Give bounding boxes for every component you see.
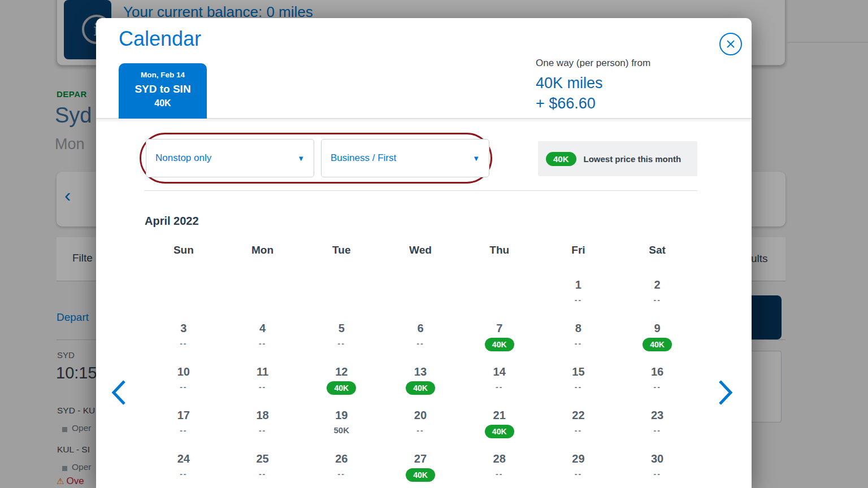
stops-dropdown[interactable]: Nonstop only ▼ [146, 139, 314, 177]
lowest-price-badge: 40K [406, 381, 435, 395]
tab-price: 40K [119, 98, 207, 108]
calendar-grid: 1--2--3--4--5--6--740K8--940K10--11--124… [144, 273, 697, 488]
calendar-day-24[interactable]: 24-- [144, 447, 223, 488]
calendar-day-22[interactable]: 22-- [539, 404, 618, 447]
empty-cell [144, 273, 223, 317]
screen: Your current balance: 0 miles DEPAR Syd … [0, 0, 868, 488]
calendar-day-18[interactable]: 18-- [223, 404, 302, 447]
day-number: 7 [460, 321, 539, 335]
day-number: 8 [539, 321, 618, 335]
day-number: 25 [223, 452, 302, 465]
day-number: 12 [302, 365, 381, 378]
day-number: 13 [381, 365, 460, 378]
calendar-day-11[interactable]: 11-- [223, 360, 302, 404]
calendar-day-9[interactable]: 940K [618, 317, 697, 360]
lowest-price-badge: 40K [327, 381, 356, 395]
calendar-day-23[interactable]: 23-- [618, 404, 697, 447]
day-price: -- [302, 469, 381, 478]
calendar-day-19[interactable]: 1950K [302, 404, 381, 447]
weekday-sun: Sun [144, 244, 223, 256]
weekday-wed: Wed [381, 244, 460, 256]
day-price: -- [223, 469, 302, 478]
calendar-day-1[interactable]: 1-- [539, 273, 618, 317]
day-price: -- [223, 382, 302, 391]
summary-label: One way (per person) from [536, 58, 650, 69]
day-number: 9 [618, 321, 697, 335]
calendar-day-8[interactable]: 8-- [539, 317, 618, 360]
calendar-day-4[interactable]: 4-- [223, 317, 302, 360]
calendar-day-16[interactable]: 16-- [618, 360, 697, 404]
price-summary: One way (per person) from 40K miles + $6… [536, 58, 650, 114]
day-price: -- [302, 339, 381, 348]
chevron-down-icon: ▼ [297, 154, 305, 163]
lowest-price-badge: 40K [485, 338, 514, 351]
calendar-day-5[interactable]: 5-- [302, 317, 381, 360]
cabin-dropdown[interactable]: Business / First ▼ [321, 139, 489, 177]
weekday-mon: Mon [223, 244, 302, 256]
tab-route: SYD to SIN [119, 83, 207, 95]
day-price: -- [144, 339, 223, 348]
calendar-day-14[interactable]: 14-- [460, 360, 539, 404]
day-price: -- [144, 382, 223, 391]
day-number: 1 [539, 278, 618, 291]
day-price: -- [460, 382, 539, 391]
calendar-day-30[interactable]: 30-- [618, 447, 697, 488]
day-number: 28 [460, 452, 539, 465]
day-price: -- [381, 426, 460, 435]
lowest-price-badge: 40K [406, 468, 435, 482]
calendar-day-26[interactable]: 26-- [302, 447, 381, 488]
day-number: 3 [144, 321, 223, 335]
day-price: -- [539, 382, 618, 391]
close-icon [726, 39, 736, 49]
calendar-day-10[interactable]: 10-- [144, 360, 223, 404]
close-button[interactable] [719, 33, 742, 55]
day-price: -- [381, 339, 460, 348]
header-shadow [96, 119, 752, 123]
cabin-dropdown-value: Business / First [331, 152, 472, 164]
calendar-day-21[interactable]: 2140K [460, 404, 539, 447]
calendar-day-28[interactable]: 28-- [460, 447, 539, 488]
next-month-button[interactable] [718, 380, 734, 406]
day-number: 23 [618, 408, 697, 422]
calendar-day-20[interactable]: 20-- [381, 404, 460, 447]
weekday-thu: Thu [460, 244, 539, 256]
calendar-day-17[interactable]: 17-- [144, 404, 223, 447]
day-number: 15 [539, 365, 618, 378]
day-number: 26 [302, 452, 381, 465]
modal-title: Calendar [119, 27, 201, 51]
prev-month-button[interactable] [111, 380, 127, 406]
day-number: 29 [539, 452, 618, 465]
day-number: 4 [223, 321, 302, 335]
calendar-day-13[interactable]: 1340K [381, 360, 460, 404]
empty-cell [381, 273, 460, 317]
summary-taxes: + $66.60 [536, 93, 650, 114]
calendar-day-2[interactable]: 2-- [618, 273, 697, 317]
calendar-day-12[interactable]: 1240K [302, 360, 381, 404]
calendar-day-7[interactable]: 740K [460, 317, 539, 360]
weekday-tue: Tue [302, 244, 381, 256]
day-price: -- [223, 426, 302, 435]
weekday-fri: Fri [539, 244, 618, 256]
day-price: -- [539, 295, 618, 304]
day-price: -- [539, 426, 618, 435]
calendar-day-15[interactable]: 15-- [539, 360, 618, 404]
calendar-day-6[interactable]: 6-- [381, 317, 460, 360]
calendar-day-3[interactable]: 3-- [144, 317, 223, 360]
lowest-price-legend: 40K Lowest price this month [538, 141, 697, 176]
month-title: April 2022 [145, 215, 199, 228]
day-price: -- [618, 469, 697, 478]
day-number: 18 [223, 408, 302, 422]
calendar-day-29[interactable]: 29-- [539, 447, 618, 488]
calendar-day-25[interactable]: 25-- [223, 447, 302, 488]
day-number: 6 [381, 321, 460, 335]
tab-selected-date[interactable]: Mon, Feb 14 SYD to SIN 40K [119, 63, 207, 119]
day-number: 30 [618, 452, 697, 465]
day-price: -- [144, 469, 223, 478]
day-number: 17 [144, 408, 223, 422]
day-number: 24 [144, 452, 223, 465]
legend-text: Lowest price this month [584, 154, 682, 164]
calendar-day-27[interactable]: 2740K [381, 447, 460, 488]
lowest-price-badge: 40K [643, 338, 672, 351]
empty-cell [302, 273, 381, 317]
day-price: -- [144, 426, 223, 435]
